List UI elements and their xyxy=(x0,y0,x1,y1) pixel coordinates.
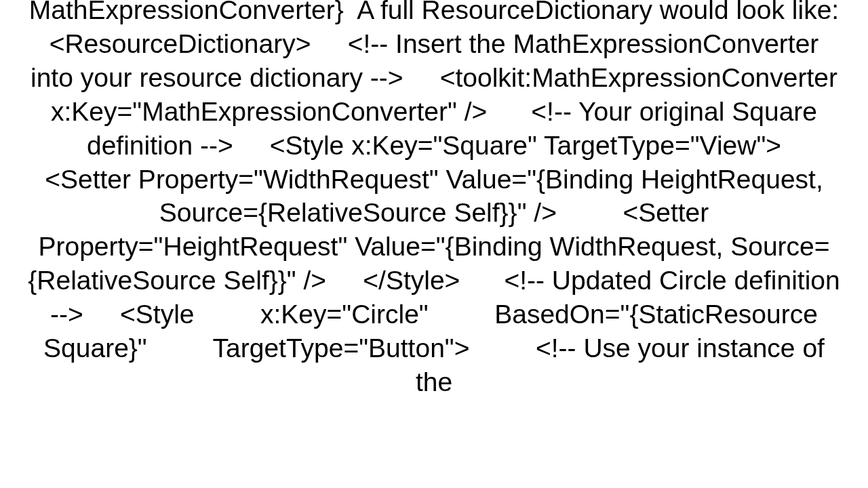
document-body-text: MathExpressionConverter} A full Resource… xyxy=(27,0,841,399)
